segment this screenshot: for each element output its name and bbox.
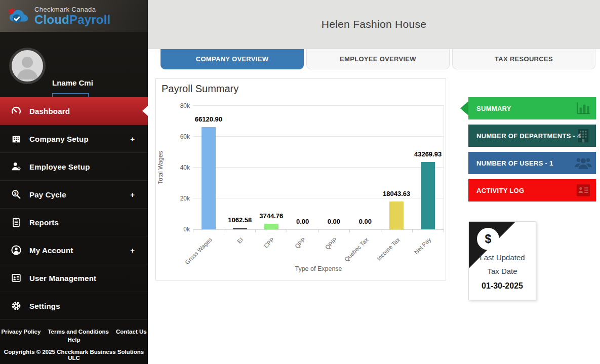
chart-column: 0.00 QPP: [287, 105, 318, 229]
dollar-icon: $: [477, 228, 499, 250]
chart-column: 1062.58 EI: [224, 105, 256, 229]
expand-plus-icon[interactable]: +: [130, 190, 135, 199]
user-name: Lname Cmi: [52, 78, 93, 87]
contact-us-link[interactable]: Contact Us: [116, 329, 147, 335]
tax-date-value: 01-30-2025: [469, 281, 536, 291]
bar-ei: [233, 228, 247, 229]
sidebar-item-label: Reports: [29, 218, 59, 227]
sidebar-item-reports[interactable]: Reports: [0, 209, 148, 236]
bar-gross-wages: [202, 127, 216, 229]
summary-button[interactable]: SUMMARY: [468, 97, 596, 119]
quick-stats-panel: SUMMARY NUMBER OF DEPARTMENTS - 4 NUMBER…: [468, 97, 596, 207]
page-header: Helen Fashion House: [148, 0, 600, 49]
y-tick: 0k: [170, 226, 190, 233]
brand-payroll: Payroll: [69, 13, 110, 26]
id-card-icon: [574, 181, 593, 201]
chart-plot-area: 0k 20k 40k 60k 80k Total Wages 66120.90 …: [193, 105, 444, 229]
chart-column: 43269.93 Net Pay: [412, 105, 444, 229]
bar-value-label: 0.00: [328, 218, 340, 225]
gear-icon: [10, 300, 22, 312]
tab-bar: COMPANY OVERVIEW EMPLOYEE OVERVIEW TAX R…: [161, 49, 595, 69]
sidebar-item-user-management[interactable]: User Management: [0, 264, 148, 292]
active-item-arrow-icon: [142, 106, 148, 116]
y-tick: 80k: [170, 102, 190, 109]
user-card-icon: [10, 272, 22, 284]
bar-chart-icon: [574, 99, 593, 119]
users-group-icon: [574, 154, 593, 174]
bar-income-tax: [389, 201, 404, 229]
main-content: Helen Fashion House COMPANY OVERVIEW EMP…: [148, 0, 600, 364]
sidebar-item-company-setup[interactable]: Company Setup +: [0, 125, 148, 153]
number-of-users-button[interactable]: NUMBER OF USERS - 1: [468, 152, 596, 174]
chart-column: 66120.90 Gross Wages: [193, 105, 224, 229]
sidebar-item-label: Pay Cycle: [29, 190, 66, 199]
expand-plus-icon[interactable]: +: [130, 135, 135, 143]
sidebar: Checkmark Canada CloudPayroll Lname Cmi …: [0, 0, 148, 364]
sidebar-item-employee-setup[interactable]: Employee Setup: [0, 153, 148, 181]
brand-cloud: Cloud: [34, 13, 69, 26]
brand-line1: Checkmark Canada: [34, 6, 110, 13]
tax-card-line1: Last Updated: [469, 253, 536, 262]
office-building-icon: [574, 127, 593, 146]
chart-column: 3744.76 CPP: [256, 105, 287, 229]
person-circle-icon: [10, 244, 22, 256]
active-stat-arrow-icon: [460, 101, 468, 115]
svg-text:$: $: [14, 191, 17, 196]
sidebar-item-label: Dashboard: [29, 107, 70, 115]
terms-link[interactable]: Terms and Conditions: [48, 329, 109, 335]
cloud-payroll-logo-icon: [7, 6, 30, 26]
y-tick: 40k: [170, 164, 190, 171]
user-section: Lname Cmi LOGOUT: [0, 32, 148, 97]
sidebar-item-my-account[interactable]: My Account +: [0, 236, 148, 264]
person-gear-icon: [10, 160, 22, 173]
activity-log-button[interactable]: ACTIVITY LOG: [468, 179, 596, 201]
y-tick: 60k: [170, 133, 190, 140]
chart-column: 0.00 Quebec Tax: [349, 105, 381, 229]
sidebar-item-label: Employee Setup: [29, 163, 90, 171]
tab-company-overview[interactable]: COMPANY OVERVIEW: [161, 49, 304, 69]
chart-title: Payroll Summary: [162, 83, 238, 95]
x-axis-title: Type of Expense: [193, 265, 444, 272]
app-logo: Checkmark Canada CloudPayroll: [0, 0, 148, 32]
sidebar-item-pay-cycle[interactable]: $ Pay Cycle +: [0, 181, 148, 209]
number-of-departments-button[interactable]: NUMBER OF DEPARTMENTS - 4: [468, 125, 596, 147]
sidebar-item-label: User Management: [29, 274, 96, 282]
sidebar-item-settings[interactable]: Settings: [0, 292, 148, 320]
x-tick-label: Income Tax: [376, 236, 401, 262]
expand-plus-icon[interactable]: +: [130, 246, 135, 255]
x-tick-label: CPP: [263, 236, 275, 249]
company-name-title: Helen Fashion House: [322, 18, 427, 30]
tab-tax-resources[interactable]: TAX RESOURCES: [452, 49, 595, 69]
bar-value-label: 66120.90: [195, 115, 222, 123]
y-tick: 20k: [170, 195, 190, 202]
privacy-policy-link[interactable]: Privacy Policy: [1, 329, 41, 335]
bar-cpp: [264, 224, 278, 229]
bar-value-label: 0.00: [296, 218, 309, 225]
copyright-text: Copyrights © 2025 Checkmark Business Sol…: [0, 349, 148, 361]
sidebar-item-label: Settings: [29, 302, 60, 310]
sidebar-item-label: My Account: [29, 246, 73, 255]
y-axis-title: Total Wages: [157, 151, 164, 184]
avatar: [9, 48, 46, 84]
x-tick-label: Net Pay: [413, 236, 432, 255]
sidebar-item-dashboard[interactable]: Dashboard: [0, 97, 148, 125]
app-window: Checkmark Canada CloudPayroll Lname Cmi …: [0, 0, 600, 364]
x-tick-label: QPIP: [324, 236, 338, 251]
money-magnifier-icon: $: [10, 188, 22, 200]
chart-column: 18043.63 Income Tax: [381, 105, 412, 229]
last-updated-tax-date-card: $ Last Updated Tax Date 01-30-2025: [468, 221, 536, 300]
dashboard-gauge-icon: [10, 105, 22, 117]
clipboard-icon: [10, 216, 22, 228]
bar-net-pay: [421, 162, 435, 229]
sidebar-nav: Dashboard Company Setup + Employee Setup…: [0, 97, 148, 320]
sidebar-item-label: Company Setup: [29, 135, 89, 143]
bar-value-label: 18043.63: [383, 190, 410, 197]
building-icon: [10, 133, 22, 145]
x-tick-label: EI: [236, 236, 244, 245]
x-tick-label: QPP: [294, 236, 307, 250]
bar-value-label: 43269.93: [414, 150, 442, 158]
chart-column: 0.00 QPIP: [318, 105, 350, 229]
help-link[interactable]: Help: [0, 337, 148, 343]
tab-employee-overview[interactable]: EMPLOYEE OVERVIEW: [306, 49, 450, 69]
bar-value-label: 1062.58: [228, 216, 252, 224]
